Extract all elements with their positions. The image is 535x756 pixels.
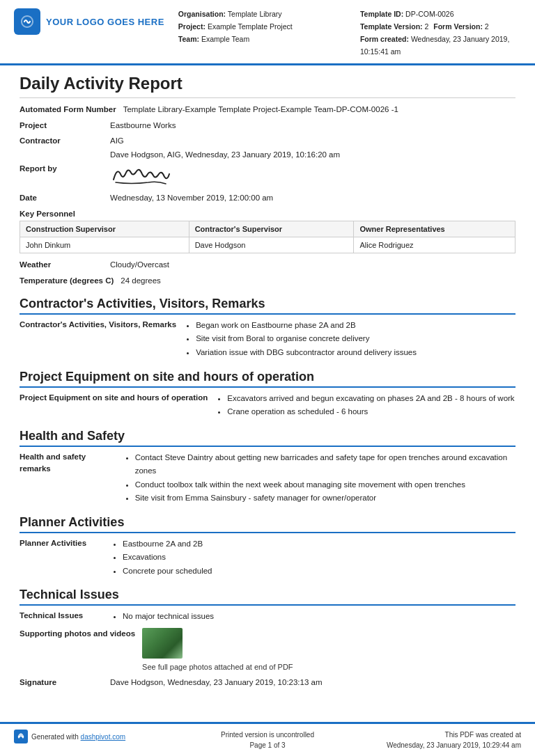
- list-item: Conduct toolbox talk within the next wee…: [135, 478, 515, 492]
- list-item: Site visit from Boral to organise concre…: [196, 332, 417, 346]
- template-version-line: Template Version: 2 Form Version: 2: [360, 21, 521, 33]
- project-label: Project: [20, 120, 110, 132]
- report-by-label: Report by: [20, 163, 110, 175]
- footer-page: Page 1 of 3: [183, 740, 352, 750]
- page: YOUR LOGO GOES HERE Organisation: Templa…: [0, 0, 535, 756]
- personnel-cell-1: Dave Hodgson: [189, 237, 354, 253]
- project-equipment-heading: Project Equipment on site and hours of o…: [20, 370, 515, 388]
- form-number-row: Automated Form Number Template Library-E…: [20, 104, 515, 116]
- project-line: Project: Example Template Project: [178, 21, 339, 33]
- list-item: Crane operation as scheduled - 6 hours: [227, 405, 514, 419]
- list-item: Concrete pour scheduled: [123, 565, 212, 578]
- list-item: Eastbourne 2A and 2B: [123, 537, 212, 551]
- key-personnel-label: Key Personnel: [20, 210, 515, 218]
- supporting-photos-label: Supporting photos and videos: [20, 628, 142, 640]
- form-number-value: Template Library-Example Template Projec…: [123, 104, 398, 116]
- team-line: Team: Example Team: [178, 33, 339, 46]
- date-label: Date: [20, 192, 110, 204]
- footer: Generated with dashpivot.com Printed ver…: [0, 722, 535, 756]
- temperature-row: Temperature (degrees C) 24 degrees: [20, 275, 515, 287]
- project-value: Eastbourne Works: [110, 120, 176, 132]
- contractors-activities-label: Contractor's Activities, Visitors, Remar…: [20, 319, 183, 360]
- template-id-line: Template ID: DP-COM-0026: [360, 8, 521, 21]
- project-equipment-list: Excavators arrived and begun excavating …: [215, 392, 514, 419]
- form-created-line: Form created: Wednesday, 23 January 2019…: [360, 33, 521, 58]
- footer-logo: Generated with dashpivot.com: [14, 730, 183, 743]
- footer-uncontrolled: Printed version is uncontrolled: [183, 730, 352, 740]
- photo-caption: See full page photos attached at end of …: [142, 663, 293, 671]
- header: YOUR LOGO GOES HERE Organisation: Templa…: [0, 0, 535, 65]
- personnel-cell-0: John Dinkum: [20, 237, 189, 253]
- header-meta-left: Organisation: Template Library Project: …: [178, 8, 339, 58]
- footer-logo-icon: [14, 730, 28, 743]
- list-item: Contact Steve Daintry about getting new …: [135, 451, 515, 478]
- form-number-label: Automated Form Number: [20, 104, 123, 116]
- temperature-label: Temperature (degrees C): [20, 275, 121, 287]
- planner-activities-section: Planner Activities Eastbourne 2A and 2B …: [20, 537, 515, 578]
- report-by-row: Report by Dave Hodgson, AIG, Wednesday, …: [20, 150, 515, 187]
- signature-value: Dave Hodgson, Wednesday, 23 January 2019…: [110, 677, 323, 688]
- project-equipment-section: Project Equipment on site and hours of o…: [20, 392, 515, 419]
- supporting-photos-section: Supporting photos and videos See full pa…: [20, 628, 515, 671]
- temperature-value: 24 degrees: [121, 275, 161, 287]
- health-safety-list: Contact Steve Daintry about getting new …: [123, 451, 515, 505]
- org-line: Organisation: Template Library: [178, 8, 339, 21]
- personnel-cell-2: Alice Rodriguez: [354, 237, 515, 253]
- planner-activities-heading: Planner Activities: [20, 515, 515, 533]
- footer-pdf-created-value: Wednesday, 23 January 2019, 10:29:44 am: [352, 740, 521, 750]
- footer-col-center: Printed version is uncontrolled Page 1 o…: [183, 730, 352, 750]
- technical-issues-label: Technical Issues: [20, 610, 110, 624]
- weather-row: Weather Cloudy/Overcast: [20, 259, 515, 271]
- logo-icon: [14, 8, 40, 35]
- footer-col-left: Generated with dashpivot.com: [14, 730, 183, 745]
- planner-activities-list: Eastbourne 2A and 2B Excavations Concret…: [110, 537, 212, 578]
- list-item: Variation issue with DBG subcontractor a…: [196, 346, 417, 360]
- project-row: Project Eastbourne Works: [20, 120, 515, 132]
- health-safety-heading: Health and Safety: [20, 429, 515, 447]
- planner-activities-label: Planner Activities: [20, 537, 110, 578]
- weather-label: Weather: [20, 259, 110, 271]
- report-title: Daily Activity Report: [20, 74, 515, 98]
- signature-block: Dave Hodgson, AIG, Wednesday, 23 January…: [110, 150, 340, 187]
- dashpivot-link[interactable]: dashpivot.com: [81, 733, 125, 741]
- project-equipment-label: Project Equipment on site and hours of o…: [20, 392, 215, 419]
- footer-col-right: This PDF was created at Wednesday, 23 Ja…: [352, 730, 521, 750]
- contractors-activities-section: Contractor's Activities, Visitors, Remar…: [20, 319, 515, 360]
- health-safety-section: Health and safety remarks Contact Steve …: [20, 451, 515, 505]
- list-item: Excavations: [123, 551, 212, 565]
- report-by-value: Dave Hodgson, AIG, Wednesday, 23 January…: [110, 150, 340, 159]
- signature-drawing: [110, 160, 173, 187]
- footer-pdf-created-text: This PDF was created at: [352, 730, 521, 740]
- main-content: Daily Activity Report Automated Form Num…: [0, 65, 535, 709]
- signature-row-bottom: Signature Dave Hodgson, Wednesday, 23 Ja…: [20, 677, 515, 688]
- col-header-contractor: Contractor's Supervisor: [189, 221, 354, 237]
- weather-value: Cloudy/Overcast: [110, 259, 169, 271]
- contractor-label: Contractor: [20, 135, 110, 147]
- logo-area: YOUR LOGO GOES HERE: [14, 8, 164, 35]
- technical-issues-section: Technical Issues No major technical issu…: [20, 610, 515, 624]
- footer-generated-text: Generated with dashpivot.com: [31, 732, 125, 742]
- health-safety-label: Health and safety remarks: [20, 451, 123, 505]
- technical-issues-list: No major technical issues: [110, 610, 214, 624]
- photos-block: See full page photos attached at end of …: [142, 628, 293, 671]
- logo-text: YOUR LOGO GOES HERE: [46, 17, 164, 27]
- photo-thumb-inner: [142, 628, 183, 659]
- col-header-construction: Construction Supervisor: [20, 221, 189, 237]
- contractor-value: AIG: [110, 135, 124, 147]
- header-meta-right: Template ID: DP-COM-0026 Template Versio…: [360, 8, 521, 58]
- contractors-activities-heading: Contractor's Activities, Visitors, Remar…: [20, 297, 515, 315]
- contractors-activities-list: Began work on Eastbourne phase 2A and 2B…: [183, 319, 417, 360]
- contractor-row: Contractor AIG: [20, 135, 515, 147]
- signature-label: Signature: [20, 677, 110, 688]
- table-row: John Dinkum Dave Hodgson Alice Rodriguez: [20, 237, 515, 253]
- list-item: No major technical issues: [123, 610, 214, 624]
- technical-issues-heading: Technical Issues: [20, 588, 515, 606]
- personnel-table: Construction Supervisor Contractor's Sup…: [20, 221, 515, 253]
- photo-thumbnail: [142, 628, 183, 659]
- list-item: Began work on Eastbourne phase 2A and 2B: [196, 319, 417, 333]
- date-row: Date Wednesday, 13 November 2019, 12:00:…: [20, 192, 515, 204]
- col-header-owner: Owner Representatives: [354, 221, 515, 237]
- list-item: Excavators arrived and begun excavating …: [227, 392, 514, 406]
- header-meta: Organisation: Template Library Project: …: [178, 8, 521, 58]
- date-value: Wednesday, 13 November 2019, 12:00:00 am: [110, 192, 273, 204]
